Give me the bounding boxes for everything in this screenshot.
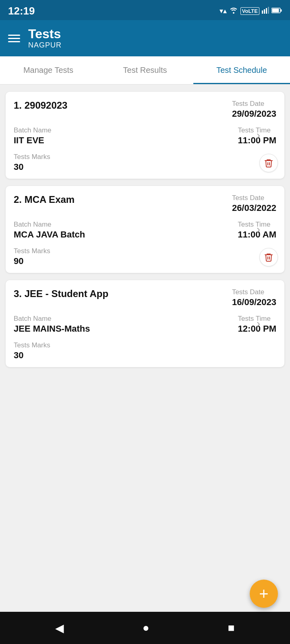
svg-rect-3 — [268, 7, 269, 14]
trash-icon-2 — [264, 252, 273, 262]
tab-manage-tests[interactable]: Manage Tests — [0, 56, 97, 84]
delete-button-1[interactable] — [259, 154, 278, 172]
back-icon: ◀ — [55, 621, 64, 635]
volte-icon: VoLTE — [240, 7, 259, 15]
add-icon: + — [259, 586, 268, 602]
tabs-container: Manage Tests Test Results Test Schedule — [0, 56, 290, 85]
test-time-label-1: Tests Time — [238, 126, 271, 134]
status-icons: ▾▴ VoLTE — [220, 6, 282, 16]
test-marks-label-3: Tests Marks — [14, 341, 276, 349]
add-test-fab[interactable]: + — [250, 580, 278, 608]
wifi-icon — [229, 6, 238, 16]
test-marks-value-2: 90 — [14, 256, 276, 266]
test-batch-block-1: Batch Name IIT EVE — [14, 126, 52, 146]
tab-test-schedule-label: Test Schedule — [216, 66, 267, 75]
svg-rect-1 — [264, 9, 265, 14]
test-batch-label-1: Batch Name — [14, 126, 52, 134]
trash-icon-1 — [264, 158, 273, 168]
test-date-value-3: 16/09/2023 — [232, 297, 276, 308]
chevron-button-2[interactable]: › — [257, 223, 260, 236]
svg-rect-0 — [262, 10, 263, 14]
home-button[interactable]: ● — [143, 621, 149, 634]
test-card-2: 2. MCA Exam Tests Date 26/03/2022 Batch … — [6, 186, 284, 273]
status-time: 12:19 — [8, 5, 35, 17]
app-subtitle: NAGPUR — [28, 41, 62, 50]
test-marks-value-1: 30 — [14, 162, 276, 172]
test-title-1: 1. 29092023 — [14, 100, 67, 119]
test-title-3: 3. JEE - Student App — [14, 288, 108, 308]
test-card-3: 3. JEE - Student App Tests Date 16/09/20… — [6, 280, 284, 367]
test-date-label-1: Tests Date — [232, 100, 264, 108]
content-area: 1. 29092023 Tests Date 29/09/2023 Batch … — [0, 85, 290, 612]
tab-test-schedule[interactable]: Test Schedule — [193, 56, 290, 84]
test-date-value-1: 29/09/2023 — [232, 109, 276, 119]
test-batch-label-2: Batch Name — [14, 221, 85, 229]
chevron-button-1[interactable]: › — [257, 129, 260, 142]
test-batch-block-2: Batch Name MCA JAVA Batch — [14, 221, 85, 240]
test-title-2: 2. MCA Exam — [14, 194, 75, 213]
svg-rect-2 — [266, 8, 267, 14]
test-time-label-3: Tests Time — [238, 315, 271, 323]
test-card-1: 1. 29092023 Tests Date 29/09/2023 Batch … — [6, 92, 284, 179]
app-bar: Tests NAGPUR — [0, 20, 290, 56]
test-date-block-3: Tests Date 16/09/2023 — [232, 288, 276, 308]
test-date-label-2: Tests Date — [232, 194, 264, 202]
back-button[interactable]: ◀ — [55, 621, 64, 635]
tab-test-results[interactable]: Test Results — [97, 56, 193, 84]
app-title-block: Tests NAGPUR — [28, 27, 62, 50]
network-icon — [262, 6, 269, 16]
status-bar: 12:19 ▾▴ VoLTE — [0, 0, 290, 20]
test-marks-label-2: Tests Marks — [14, 247, 276, 255]
test-batch-value-3: JEE MAINS-Maths — [14, 324, 90, 334]
recents-button[interactable]: ■ — [228, 621, 235, 634]
test-batch-block-3: Batch Name JEE MAINS-Maths — [14, 315, 90, 334]
svg-rect-5 — [281, 9, 282, 12]
test-marks-value-3: 30 — [14, 350, 276, 361]
app-title: Tests — [28, 27, 62, 41]
chevron-button-3[interactable]: › — [257, 317, 260, 330]
test-batch-label-3: Batch Name — [14, 315, 90, 323]
test-date-block-2: Tests Date 26/03/2022 — [232, 194, 276, 213]
signal-icon: ▾▴ — [220, 6, 227, 15]
battery-icon — [271, 7, 282, 15]
test-date-label-3: Tests Date — [232, 288, 264, 296]
test-time-label-2: Tests Time — [238, 221, 270, 229]
delete-button-2[interactable] — [259, 248, 278, 266]
tab-manage-tests-label: Manage Tests — [23, 66, 73, 75]
menu-button[interactable] — [8, 35, 20, 42]
test-date-block-1: Tests Date 29/09/2023 — [232, 100, 276, 119]
bottom-navigation: ◀ ● ■ — [0, 612, 290, 644]
test-date-value-2: 26/03/2022 — [232, 203, 276, 213]
test-batch-value-2: MCA JAVA Batch — [14, 229, 85, 240]
test-batch-value-1: IIT EVE — [14, 135, 52, 146]
tab-test-results-label: Test Results — [123, 66, 167, 75]
recents-icon: ■ — [228, 621, 235, 634]
home-icon: ● — [143, 621, 149, 634]
svg-rect-6 — [272, 8, 279, 12]
test-marks-label-1: Tests Marks — [14, 153, 276, 161]
